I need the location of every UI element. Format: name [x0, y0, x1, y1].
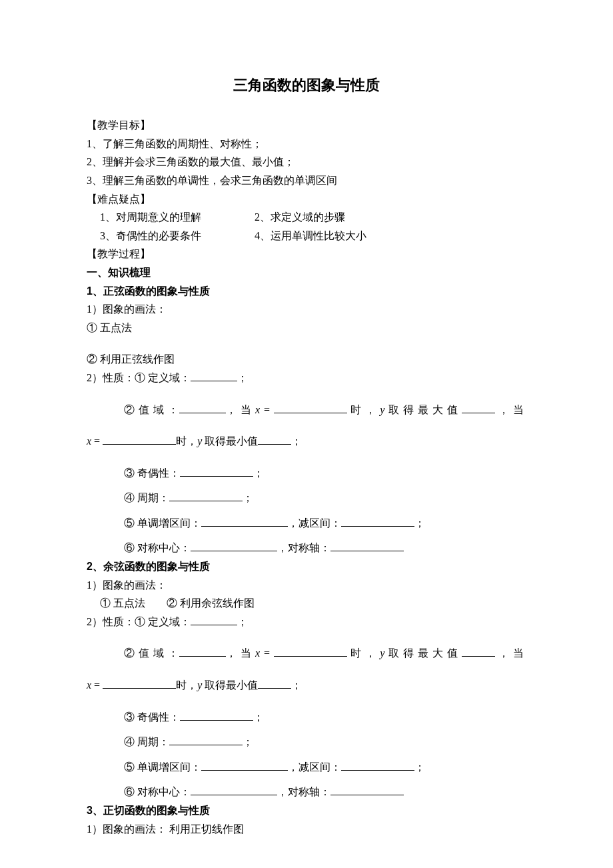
text: ， 当 [495, 404, 524, 415]
text: 时， [176, 435, 197, 447]
text: 取 得 最 大 值 [385, 647, 462, 659]
goal-2: 2、理解并会求三角函数的最大值、最小值； [87, 153, 526, 171]
s2-prop-symmetry: ⑥ 对称中心：，对称轴： [87, 783, 526, 801]
s2-prop-domain: 2）性质：① 定义域：； [87, 613, 526, 631]
s2-prop-range-line1: ② 值 域 ：， 当 x = 时 ， y 取 得 最 大 值 ， 当 [87, 645, 526, 662]
text: ， 当 [226, 404, 255, 415]
s1-prop-monotone: ⑤ 单调增区间：，减区间：； [87, 515, 526, 532]
text: ； [243, 492, 253, 503]
spacer [87, 752, 526, 757]
spacer [87, 663, 526, 675]
s3-method: 1）图象的画法： 利用正切线作图 [87, 821, 526, 838]
difficulty-3: 3、奇偶性的必要条件 [100, 227, 201, 245]
page-title: 三角函数的图象与性质 [87, 73, 526, 97]
spacer [87, 631, 526, 643]
spacer [87, 483, 526, 488]
text: ，对称轴： [277, 786, 330, 797]
blank [462, 647, 495, 657]
text: ，减区间： [288, 761, 341, 773]
blank [169, 735, 243, 745]
text: = [261, 404, 274, 415]
s2-range-prefix: ② 值 域 ： [124, 647, 179, 659]
text: ⑤ 单调增区间： [124, 517, 201, 529]
s2-domain-suffix: ； [237, 616, 248, 627]
goals-label: 【教学目标】 [87, 117, 526, 134]
s1-prop-parity: ③ 奇偶性：； [87, 465, 526, 482]
text: ③ 奇偶性： [124, 467, 180, 479]
text: ，减区间： [288, 517, 341, 529]
blank [201, 760, 288, 770]
difficulties-row-1: 1、对周期意义的理解 2、求定义域的步骤 [87, 209, 526, 226]
blank [274, 647, 347, 657]
s2-prop-range-line2: x = 时，y 取得最小值； [87, 677, 526, 694]
text: ； [414, 517, 425, 529]
blank [191, 371, 237, 381]
s2-prop-monotone: ⑤ 单调增区间：，减区间：； [87, 759, 526, 776]
blank [330, 541, 404, 551]
blank [258, 679, 291, 689]
spacer [87, 695, 526, 707]
text: ； [414, 761, 425, 773]
blank [191, 541, 277, 551]
s2-prop-parity: ③ 奇偶性：； [87, 709, 526, 726]
s2-method-label: 1）图象的画法： [87, 577, 526, 594]
blank [191, 615, 237, 625]
difficulties-row-2: 3、奇偶性的必要条件 4、运用单调性比较大小 [87, 227, 526, 245]
text: ， 当 [495, 647, 524, 659]
spacer [87, 419, 526, 431]
process-label: 【教学过程】 [87, 245, 526, 263]
blank [179, 647, 226, 657]
text: ③ 奇偶性： [124, 711, 180, 723]
text: 时 ， [347, 404, 380, 415]
difficulty-1: 1、对周期意义的理解 [100, 209, 201, 226]
goal-3: 3、理解三角函数的单调性，会求三角函数的单调区间 [87, 172, 526, 189]
spacer [87, 777, 526, 782]
blank [341, 760, 414, 770]
blank [330, 785, 404, 795]
spacer [87, 508, 526, 513]
text: ； [291, 679, 302, 691]
blank [274, 403, 347, 413]
spacer [87, 533, 526, 538]
blank [341, 516, 414, 526]
s1-method-b: ② 利用正弦线作图 [87, 351, 526, 368]
s1-prop-symmetry: ⑥ 对称中心：，对称轴： [87, 539, 526, 557]
text: ⑥ 对称中心： [124, 786, 191, 797]
blank [462, 403, 495, 413]
text: = [91, 435, 103, 447]
outline-heading: 一、知识梳理 [87, 264, 526, 281]
difficulty-4: 4、运用单调性比较大小 [255, 227, 366, 245]
s1-domain-prefix: 2）性质：① 定义域： [87, 372, 191, 383]
text: ； [253, 711, 264, 723]
section-1-heading: 1、正弦函数的图象与性质 [87, 283, 526, 300]
section-3-heading: 3、正切函数的图象与性质 [87, 802, 526, 819]
s2-domain-prefix: 2）性质：① 定义域： [87, 616, 191, 627]
blank [258, 435, 291, 445]
blank [180, 466, 253, 476]
text: = [261, 647, 274, 659]
text: 取得最小值 [202, 435, 258, 447]
text: ④ 周期： [124, 492, 169, 503]
section-2-heading: 2、余弦函数的图象与性质 [87, 558, 526, 575]
blank [180, 710, 253, 720]
spacer [87, 727, 526, 732]
spacer [87, 451, 526, 463]
var-x: x [255, 647, 261, 659]
var-x: x [255, 404, 261, 415]
difficulty-2: 2、求定义域的步骤 [255, 209, 345, 226]
blank [103, 435, 176, 445]
text: ，对称轴： [277, 542, 330, 553]
text: ， 当 [226, 647, 255, 659]
blank [103, 679, 176, 689]
s1-method-a: ① 五点法 [87, 319, 526, 337]
s2-prop-period: ④ 周期：； [87, 733, 526, 751]
text: ④ 周期： [124, 736, 169, 747]
s1-domain-suffix: ； [237, 372, 248, 383]
text: ； [253, 467, 264, 479]
difficulties-label: 【难点疑点】 [87, 191, 526, 208]
spacer [87, 388, 526, 400]
spacer [87, 337, 526, 349]
s1-range-prefix: ② 值 域 ： [124, 404, 179, 415]
s1-prop-range-line2: x = 时，y 取得最小值； [87, 433, 526, 450]
blank [179, 403, 226, 413]
